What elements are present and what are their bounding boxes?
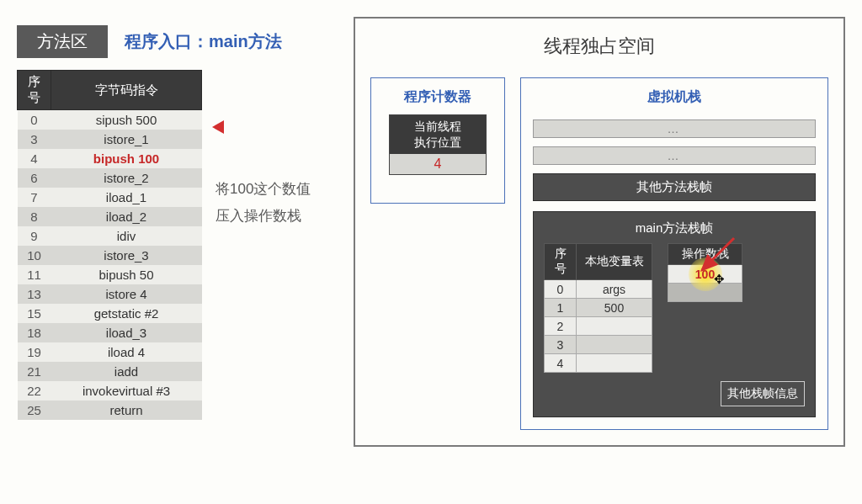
bytecode-instr: istore_3 [51,246,202,265]
bytecode-row: 8iload_2 [18,207,202,226]
bytecode-instr: bipush 50 [51,265,202,284]
bytecode-index: 22 [18,381,51,401]
bytecode-index: 13 [18,284,51,304]
bytecode-instr: istore_1 [51,130,202,149]
annotation-column: 将100这个数值 压入操作数栈 [216,70,311,420]
bytecode-index: 21 [18,362,51,381]
method-area-column: 方法区 程序入口：main方法 序号 字节码指令 0sipush 5003ist… [17,17,320,447]
local-var-row: 0args [545,280,652,299]
bytecode-row: 21iadd [18,362,202,381]
bytecode-instr: return [51,401,202,420]
bytecode-instr: sipush 500 [51,110,202,130]
bytecode-index: 6 [18,168,51,188]
local-var-table: 序号 本地变量表 0args1500234 [544,243,652,373]
bytecode-instr: istore 4 [51,284,202,304]
bytecode-row: 15getstatic #2 [18,304,202,323]
local-var-index: 4 [545,354,577,373]
stack-ellipsis-1: … [533,119,816,138]
bytecode-index: 18 [18,323,51,342]
program-counter-panel: 程序计数器 当前线程 执行位置 4 [370,77,505,204]
local-var-index: 2 [545,317,577,336]
bytecode-row: 22invokevirtual #3 [18,381,202,401]
main-frame-title: main方法栈帧 [544,220,805,236]
bytecode-index: 19 [18,342,51,362]
bytecode-row: 18iload_3 [18,323,202,342]
bytecode-index: 25 [18,401,51,420]
stack-ellipsis-2: … [533,146,816,165]
bytecode-index: 15 [18,304,51,323]
thread-space-column: 线程独占空间 程序计数器 当前线程 执行位置 4 虚拟机栈 [354,17,845,447]
bytecode-row: 19iload 4 [18,342,202,362]
local-var-value [577,354,652,373]
other-frame-info-box: 其他栈帧信息 [721,381,805,406]
bytecode-row: 4bipush 100 [18,149,202,168]
bytecode-row: 11bipush 50 [18,265,202,284]
bytecode-row: 10istore_3 [18,246,202,265]
bytecode-instr: bipush 100 [51,149,202,168]
bytecode-row: 25return [18,401,202,420]
bytecode-index: 3 [18,130,51,149]
pc-label-line2: 执行位置 [390,135,486,151]
local-var-value: args [577,280,652,299]
red-arrow-icon [687,236,737,273]
local-var-index: 3 [545,336,577,354]
bytecode-row: 7iload_1 [18,188,202,207]
bytecode-row: 6istore_2 [18,168,202,188]
pc-value: 4 [390,154,486,174]
method-area-badge: 方法区 [17,25,108,58]
bytecode-header-index: 序号 [18,71,51,110]
bytecode-index: 7 [18,188,51,207]
local-var-value: 500 [577,299,652,317]
main-method-frame: main方法栈帧 序号 本地变量表 0args1500234 [533,211,816,417]
local-var-value [577,336,652,354]
bytecode-row: 13istore 4 [18,284,202,304]
thread-private-space: 线程独占空间 程序计数器 当前线程 执行位置 4 虚拟机栈 [354,17,845,447]
program-counter-title: 程序计数器 [388,88,487,106]
vm-stack-title: 虚拟机栈 [533,88,816,106]
bytecode-instr: getstatic #2 [51,304,202,323]
local-var-index: 0 [545,280,577,299]
bytecode-row: 9idiv [18,226,202,246]
local-header-index: 序号 [545,244,577,280]
bytecode-index: 4 [18,149,51,168]
local-var-value [577,317,652,336]
bytecode-instr: iload_3 [51,323,202,342]
annotation-line-1: 将100这个数值 [216,176,311,203]
bytecode-instr: idiv [51,226,202,246]
bytecode-instr: istore_2 [51,168,202,188]
bytecode-instr: iadd [51,362,202,381]
bytecode-index: 9 [18,226,51,246]
local-var-row: 2 [545,317,652,336]
pc-label-line1: 当前线程 [390,119,486,135]
bytecode-index: 11 [18,265,51,284]
bytecode-row: 0sipush 500 [18,110,202,130]
bytecode-instr: iload 4 [51,342,202,362]
vm-stack-panel: 虚拟机栈 … … 其他方法栈帧 main方法栈帧 序号 [520,77,828,430]
bytecode-row: 3istore_1 [18,130,202,149]
cursor-icon: ✥ [714,272,725,287]
bytecode-index: 0 [18,110,51,130]
bytecode-header-instr: 字节码指令 [51,71,202,110]
bytecode-instr: iload_1 [51,188,202,207]
bytecode-instr: invokevirtual #3 [51,381,202,401]
annotation-line-2: 压入操作数栈 [216,203,311,230]
bytecode-index: 8 [18,207,51,226]
svg-line-0 [702,238,734,270]
program-counter-box: 当前线程 执行位置 4 [389,114,487,175]
local-var-row: 3 [545,336,652,354]
thread-space-title: 线程独占空间 [544,34,655,59]
other-method-frame-bar: 其他方法栈帧 [533,173,816,201]
local-var-row: 1500 [545,299,652,317]
bytecode-table: 序号 字节码指令 0sipush 5003istore_14bipush 100… [17,70,202,420]
bytecode-instr: iload_2 [51,207,202,226]
local-header-name: 本地变量表 [577,244,652,280]
bytecode-index: 10 [18,246,51,265]
entry-point-label: 程序入口：main方法 [125,30,282,53]
current-instruction-pointer-icon [212,120,224,134]
local-var-row: 4 [545,354,652,373]
local-var-index: 1 [545,299,577,317]
